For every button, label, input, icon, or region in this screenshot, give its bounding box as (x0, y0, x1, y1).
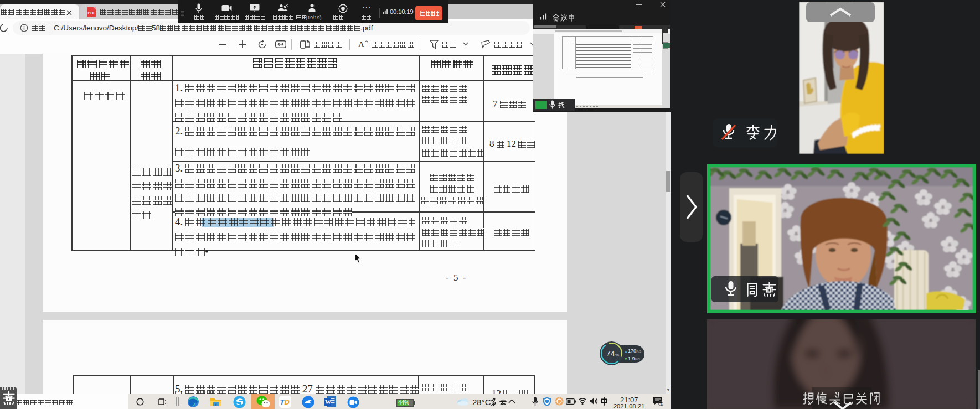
svg-text:W: W (325, 398, 331, 405)
svg-text:74: 74 (606, 349, 615, 358)
svg-text:PDF: PDF (88, 11, 96, 15)
svg-text:1: 1 (660, 402, 663, 407)
svg-text:%: % (615, 353, 619, 358)
svg-text:D: D (285, 398, 290, 406)
